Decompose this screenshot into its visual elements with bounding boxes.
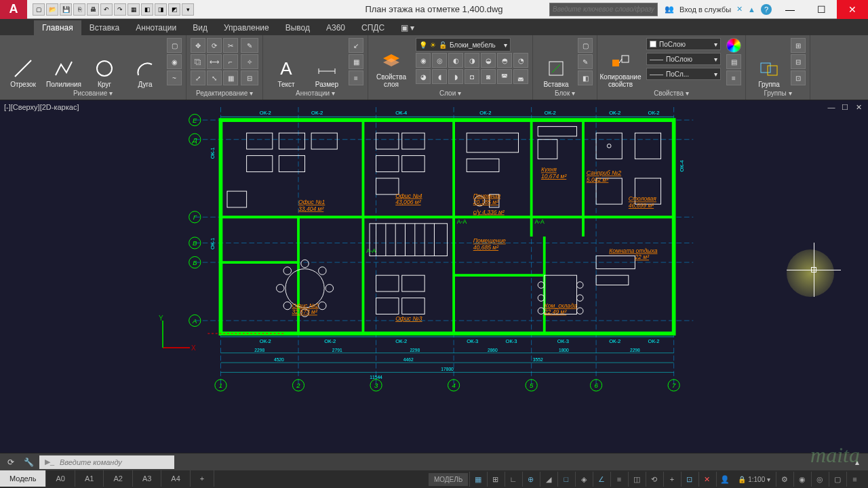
qat-btn[interactable]: ▾: [182, 3, 194, 16]
group-tool-icon[interactable]: ⊟: [791, 54, 806, 69]
line-button[interactable]: Отрезок: [4, 38, 42, 88]
tab-manage[interactable]: Управление: [216, 20, 277, 35]
qat-save-icon[interactable]: 💾: [60, 3, 72, 16]
erase-icon[interactable]: ✎: [241, 38, 258, 53]
prop-tool-icon[interactable]: ▤: [726, 54, 741, 69]
circle-button[interactable]: Круг: [85, 38, 123, 88]
explode-icon[interactable]: ✧: [241, 54, 258, 69]
text-button[interactable]: А Текст: [267, 38, 305, 88]
tab-layout[interactable]: A1: [75, 470, 104, 487]
layer-tool-icon[interactable]: ◉: [416, 53, 431, 68]
tab-view[interactable]: Вид: [184, 20, 216, 35]
qat-open-icon[interactable]: 📂: [46, 3, 58, 16]
qat-new-icon[interactable]: ▢: [33, 3, 45, 16]
annoscale-icon[interactable]: 👤: [716, 472, 732, 487]
panel-title-modify[interactable]: Редактирование ▾: [191, 88, 258, 98]
block-tool-icon[interactable]: ✎: [578, 54, 593, 69]
panel-title-annot[interactable]: Аннотации ▾: [267, 88, 363, 98]
cleanscreen-icon[interactable]: ▢: [829, 472, 845, 487]
layer-tool-icon[interactable]: ◕: [416, 69, 431, 84]
layer-tool-icon[interactable]: ◑: [465, 53, 479, 68]
view-label[interactable]: [-][Сверху][2D-каркас]: [4, 103, 79, 111]
otrack-icon[interactable]: ∠: [593, 472, 609, 487]
polyline-button[interactable]: Полилиния: [45, 38, 83, 88]
vp-minimize-icon[interactable]: —: [826, 103, 837, 113]
app-logo[interactable]: A: [0, 0, 27, 19]
layer-tool-icon[interactable]: ◙: [481, 69, 496, 84]
qat-btn[interactable]: ◧: [141, 3, 153, 16]
cmd-recent-icon[interactable]: ⟳: [4, 455, 18, 469]
rotate-icon[interactable]: ⟳: [207, 38, 222, 53]
vp-close-icon[interactable]: ✕: [853, 103, 864, 113]
qat-redo-icon[interactable]: ↷: [114, 3, 126, 16]
layer-tool-icon[interactable]: ◔: [513, 53, 528, 68]
vp-maximize-icon[interactable]: ☐: [840, 103, 850, 113]
tab-layout[interactable]: A4: [161, 470, 190, 487]
tab-a360[interactable]: A360: [318, 20, 353, 35]
a360-icon[interactable]: ▲: [748, 5, 755, 14]
search-input[interactable]: [549, 3, 658, 16]
block-tool-icon[interactable]: ▢: [578, 38, 593, 53]
color-wheel-icon[interactable]: [726, 38, 741, 53]
table-icon[interactable]: ▦: [349, 54, 363, 69]
tab-spds[interactable]: СПДС: [353, 20, 393, 35]
tab-model[interactable]: Модель: [0, 470, 46, 487]
cmd-customize-icon[interactable]: 🔧: [22, 455, 35, 469]
prop-tool-icon[interactable]: ≡: [726, 70, 741, 85]
tab-layout[interactable]: A0: [46, 470, 75, 487]
group-tool-icon[interactable]: ⊡: [791, 70, 806, 85]
tab-layout[interactable]: A3: [133, 470, 161, 487]
polar-icon[interactable]: ⊕: [522, 472, 538, 487]
match-properties-button[interactable]: Копирование свойств: [601, 38, 639, 88]
drawing-area[interactable]: [-][Сверху][2D-каркас] — ☐ ✕ ЕДГ ВБА 1: [0, 100, 868, 453]
group-tool-icon[interactable]: ⊞: [791, 38, 806, 53]
layer-tool-icon[interactable]: ◗: [448, 69, 463, 84]
tab-extra-icon[interactable]: ▣ ▾: [393, 20, 422, 35]
help-icon[interactable]: ?: [761, 4, 772, 15]
workspace-icon[interactable]: ⚙: [776, 472, 792, 487]
qat-btn[interactable]: ◩: [168, 3, 180, 16]
anno-scale-text[interactable]: 🔒 1:100 ▾: [734, 476, 774, 483]
layer-tool-icon[interactable]: ◛: [513, 69, 528, 84]
trim-icon[interactable]: ✂: [223, 38, 238, 53]
dimension-button[interactable]: Размер: [308, 38, 346, 88]
layer-tool-icon[interactable]: ◖: [432, 69, 447, 84]
qat-saveas-icon[interactable]: ⎘: [73, 3, 85, 16]
tab-layout[interactable]: A2: [104, 470, 132, 487]
ortho-icon[interactable]: ∟: [505, 472, 521, 487]
layer-tool-icon[interactable]: ◐: [448, 53, 463, 68]
annomonitor-icon[interactable]: +: [663, 472, 679, 487]
transparency-icon[interactable]: ◫: [628, 472, 644, 487]
3dosnap-icon[interactable]: ◈: [575, 472, 591, 487]
layer-tool-icon[interactable]: ◘: [465, 69, 479, 84]
panel-title-props[interactable]: Свойства ▾: [601, 88, 741, 98]
lineweight-dropdown[interactable]: ——ПоСлою▾: [646, 53, 721, 65]
layer-tool-icon[interactable]: ◓: [497, 53, 512, 68]
customize-icon[interactable]: ≡: [846, 472, 863, 487]
qat-undo-icon[interactable]: ↶: [100, 3, 113, 16]
qat-plot-icon[interactable]: 🖶: [87, 3, 99, 16]
arc-button[interactable]: Дуга: [126, 38, 164, 88]
draw-small-icon[interactable]: ~: [167, 70, 182, 85]
layer-tool-icon[interactable]: ◎: [432, 53, 447, 68]
linetype-dropdown[interactable]: ——ПоСл...▾: [646, 68, 721, 80]
grid-icon[interactable]: ▦: [469, 472, 486, 487]
layer-tool-icon[interactable]: ◒: [481, 53, 496, 68]
cycling-icon[interactable]: ⟲: [646, 472, 662, 487]
layer-properties-button[interactable]: Свойства слоя: [372, 38, 410, 88]
maximize-button[interactable]: ☐: [806, 0, 837, 19]
close-button[interactable]: ✕: [837, 0, 868, 19]
draw-small-icon[interactable]: ◉: [167, 54, 182, 69]
panel-title-groups[interactable]: Группы ▾: [750, 88, 806, 98]
layer-tool-icon[interactable]: ◚: [497, 69, 512, 84]
move-icon[interactable]: ✥: [191, 38, 205, 53]
snap-icon[interactable]: ⊞: [487, 472, 503, 487]
tab-output[interactable]: Вывод: [277, 20, 318, 35]
qat-btn[interactable]: ◨: [155, 3, 167, 16]
qat-btn[interactable]: ▦: [127, 3, 140, 16]
fillet-icon[interactable]: ⌐: [223, 54, 238, 69]
modelspace-toggle[interactable]: МОДЕЛЬ: [429, 473, 468, 486]
copy-icon[interactable]: ⿻: [191, 54, 205, 69]
osnap-icon[interactable]: □: [557, 472, 574, 487]
block-tool-icon[interactable]: ◧: [578, 70, 593, 85]
